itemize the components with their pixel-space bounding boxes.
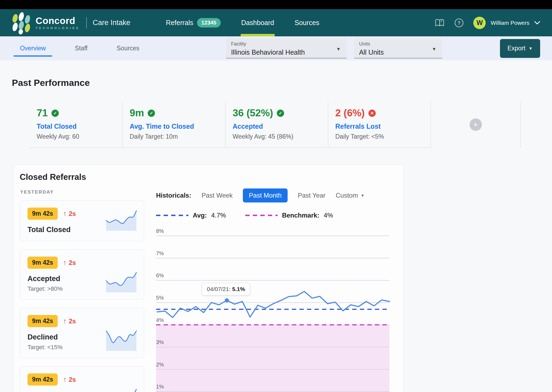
- units-select[interactable]: Units All Units ▼: [354, 38, 442, 58]
- nav-item-dashboard[interactable]: Dashboard: [241, 9, 274, 36]
- nav-item-sources[interactable]: Sources: [295, 9, 319, 36]
- historicals-chart-svg: 8%7%6%5%4%3%2%1%0%: [156, 226, 391, 392]
- avg-label: Avg:: [193, 212, 207, 219]
- view-tabs: Overview Staff Sources: [13, 36, 146, 60]
- stat-add-slot: +: [431, 102, 521, 148]
- units-caret-icon: ▼: [432, 47, 436, 52]
- sparkline-chart: [106, 328, 137, 351]
- product-name: Care Intake: [93, 19, 130, 27]
- export-caret-icon: ▼: [529, 46, 533, 51]
- user-name: William Powers: [491, 20, 529, 26]
- stat-accepted: 36 (52%) Accepted Weekly Avg: 45 (86%): [226, 102, 328, 148]
- svg-text:?: ?: [458, 20, 461, 26]
- benchmark-value: 4%: [324, 212, 333, 219]
- arrow-up-icon: ↑: [63, 209, 67, 218]
- help-icon[interactable]: ?: [454, 18, 464, 28]
- time-badge: 9m 42s: [27, 208, 58, 220]
- stat-label-link[interactable]: Referrals Lost: [335, 122, 430, 130]
- panel-body: YESTERDAY 9m 42s ↑2s Total Closed 9m 42s…: [20, 186, 395, 392]
- stat-label-link[interactable]: Accepted: [233, 122, 328, 130]
- stat-value: 9m: [130, 107, 225, 119]
- svg-text:3%: 3%: [156, 339, 164, 345]
- arrow-up-icon: ↑: [63, 375, 67, 384]
- arrow-up-icon: ↑: [63, 317, 67, 325]
- stat-number: 9m: [130, 107, 144, 119]
- units-select-label: Units: [359, 41, 427, 47]
- sub-nav: Overview Staff Sources Facility Illinois…: [0, 36, 552, 60]
- brand-wordmark: Concord TECHNOLOGIES: [36, 16, 80, 30]
- metric-card-accepted[interactable]: 9m 42s ↑2s Accepted Target: >80%: [20, 249, 144, 300]
- delta-indicator: ↑2s: [63, 209, 76, 218]
- metric-card-declined[interactable]: 9m 42s ↑2s Declined Target: <15%: [20, 308, 144, 358]
- closed-referrals-panel: Closed Referrals YESTERDAY 9m 42s ↑2s To…: [13, 164, 404, 392]
- stat-label-link[interactable]: Total Closed: [37, 122, 122, 130]
- top-nav: Concord TECHNOLOGIES Care Intake Referra…: [0, 9, 552, 36]
- referrals-count-badge: 12345: [197, 18, 221, 27]
- badge-row: 9m 42s ↑2s: [27, 373, 136, 386]
- delta-value: 2s: [69, 317, 76, 325]
- brand: Concord TECHNOLOGIES Care Intake: [12, 9, 130, 36]
- custom-label: Custom: [336, 192, 358, 199]
- stat-value: 36 (52%): [233, 107, 328, 119]
- historicals-toggle-group: Historicals: Past Week Past Month Past Y…: [156, 188, 393, 202]
- benchmark-label: Benchmark:: [282, 212, 319, 219]
- chevron-down-icon: [534, 21, 540, 25]
- export-button-label: Export: [508, 45, 525, 52]
- facility-select-label: Facility: [231, 41, 332, 47]
- svg-text:6%: 6%: [156, 272, 164, 278]
- stat-subtext: Daily Target: <5%: [335, 133, 430, 140]
- badge-row: 9m 42s ↑2s: [27, 257, 136, 269]
- historicals-past-week-button[interactable]: Past Week: [202, 192, 233, 199]
- delta-indicator: ↑2s: [63, 317, 76, 325]
- svg-text:5%: 5%: [156, 295, 164, 301]
- stat-value: 2 (6%): [335, 107, 430, 119]
- sparkline-chart: [106, 387, 137, 392]
- window-top-strip: [0, 0, 552, 9]
- svg-text:8%: 8%: [156, 228, 164, 234]
- delta-indicator: ↑2s: [63, 258, 76, 267]
- tooltip-value: 5.1%: [232, 286, 245, 292]
- facility-caret-icon: ▼: [336, 47, 341, 52]
- yesterday-label: YESTERDAY: [20, 190, 144, 195]
- user-menu[interactable]: W William Powers: [473, 17, 540, 29]
- tab-overview[interactable]: Overview: [13, 36, 52, 60]
- metric-card-total-closed[interactable]: 9m 42s ↑2s Total Closed: [20, 200, 144, 241]
- time-badge: 9m 42s: [27, 257, 58, 269]
- chart-tooltip: 04/07/21:5.1%: [202, 283, 250, 295]
- export-button[interactable]: Export ▼: [500, 39, 540, 58]
- stat-number: 36 (52%): [233, 107, 273, 119]
- documentation-book-icon[interactable]: [434, 18, 445, 28]
- avg-dash-swatch-icon: [156, 214, 188, 216]
- brand-divider: [86, 17, 87, 29]
- stat-label-link[interactable]: Avg. Time to Closed: [130, 122, 225, 130]
- historicals-past-year-button[interactable]: Past Year: [298, 192, 326, 199]
- historicals-custom-button[interactable]: Custom ▼: [336, 192, 364, 199]
- x-circle-icon: [368, 110, 376, 117]
- nav-utilities: ? W William Powers: [434, 17, 540, 29]
- main-content: Past Performance 71 Total Closed Weekly …: [0, 78, 552, 392]
- stat-total-closed: 71 Total Closed Weekly Avg: 60: [30, 102, 123, 148]
- svg-text:1%: 1%: [156, 384, 164, 390]
- brand-name: Concord: [36, 16, 80, 25]
- add-metric-button[interactable]: +: [470, 118, 482, 131]
- chart-legend: Avg: 4.7% Benchmark: 4%: [156, 212, 393, 219]
- check-circle-icon: [51, 110, 59, 117]
- brand-subtitle: TECHNOLOGIES: [36, 27, 80, 30]
- stat-avg-time-to-closed: 9m Avg. Time to Closed Daily Target: 10m: [123, 102, 226, 148]
- stat-subtext: Weekly Avg: 45 (86%): [233, 133, 328, 140]
- tab-staff[interactable]: Staff: [68, 36, 94, 60]
- historicals-past-month-button[interactable]: Past Month: [243, 188, 287, 202]
- benchmark-dash-swatch-icon: [245, 214, 278, 216]
- facility-select[interactable]: Facility Illinois Behavioral Health ▼: [226, 38, 347, 58]
- historicals-chart[interactable]: 8%7%6%5%4%3%2%1%0% 04/07/21:5.1%: [156, 226, 393, 392]
- delta-value: 2s: [69, 259, 76, 267]
- tooltip-date: 04/07/21:: [207, 286, 231, 292]
- delta-value: 2s: [69, 210, 76, 218]
- stat-subtext: Weekly Avg: 60: [37, 133, 122, 140]
- primary-nav: Referrals 12345 Dashboard Sources: [166, 9, 319, 36]
- tab-sources[interactable]: Sources: [110, 36, 146, 60]
- metric-card-diverted-in-network[interactable]: 9m 42s ↑2s Diverted In-Network Target: 8…: [20, 366, 144, 392]
- avg-value: 4.7%: [211, 212, 226, 219]
- nav-item-referrals[interactable]: Referrals 12345: [166, 9, 221, 36]
- app-root: Concord TECHNOLOGIES Care Intake Referra…: [0, 0, 552, 392]
